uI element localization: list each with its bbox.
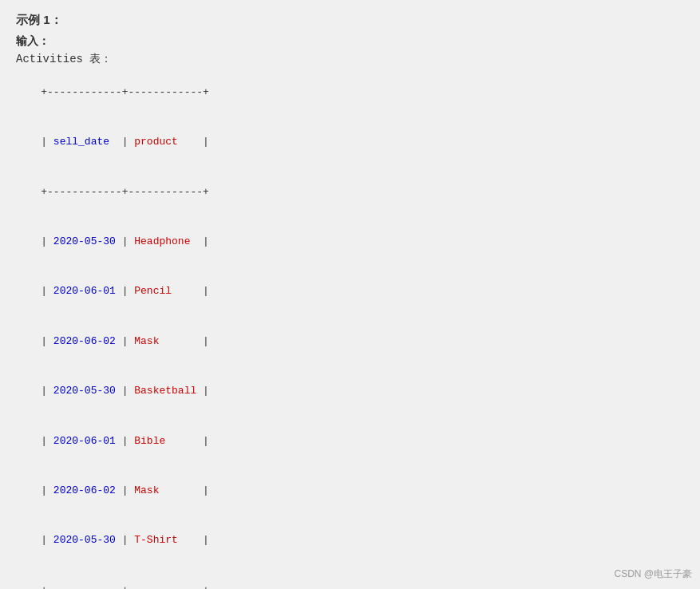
- input-table-header: | sell_date | product |: [16, 117, 684, 167]
- input-row-1: | 2020-05-30 | Headphone |: [16, 217, 684, 267]
- watermark: CSDN @电王子豪: [614, 567, 692, 581]
- table-name-label: Activities 表：: [16, 52, 684, 66]
- input-table-border-top: +------------+------------+: [16, 68, 684, 117]
- input-table: +------------+------------+ | sell_date …: [16, 68, 684, 589]
- input-row-5: | 2020-06-01 | Bible |: [16, 417, 684, 466]
- input-label: 输入：: [16, 34, 684, 49]
- input-table-border-bot: +------------+------------+: [16, 566, 684, 589]
- input-row-3: | 2020-06-02 | Mask |: [16, 317, 684, 366]
- input-row-2: | 2020-06-01 | Pencil |: [16, 267, 684, 317]
- input-row-7: | 2020-05-30 | T-Shirt |: [16, 516, 684, 566]
- input-table-border-mid: +------------+------------+: [16, 168, 684, 217]
- input-row-4: | 2020-05-30 | Basketball |: [16, 366, 684, 416]
- example-title: 示例 1：: [16, 13, 684, 28]
- input-row-6: | 2020-06-02 | Mask |: [16, 466, 684, 516]
